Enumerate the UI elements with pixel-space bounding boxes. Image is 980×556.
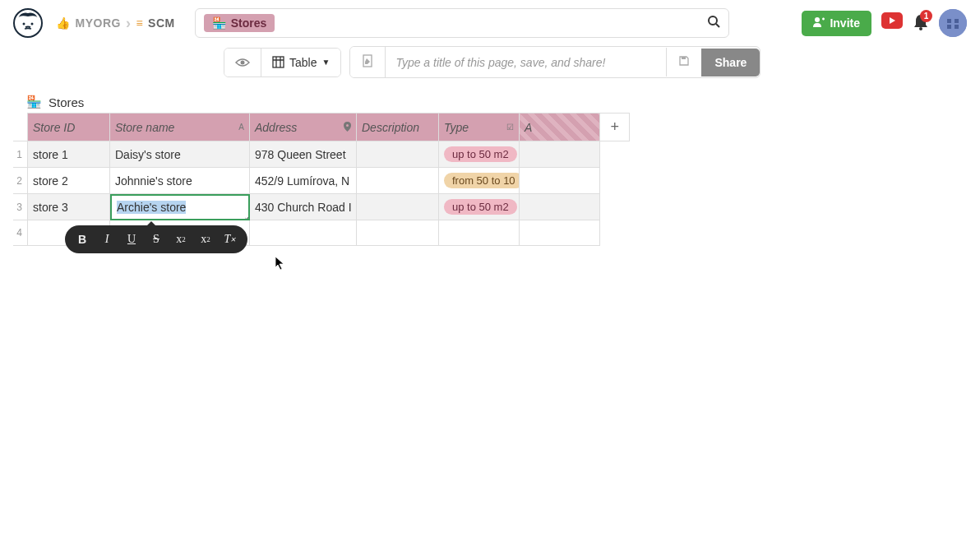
svg-rect-10	[273, 57, 284, 67]
svg-point-16	[346, 124, 349, 127]
mouse-cursor	[275, 256, 286, 274]
project-icon: ≡	[136, 16, 143, 30]
svg-point-2	[31, 23, 34, 25]
title-group: Share	[349, 46, 760, 78]
text-type-icon: A	[238, 123, 244, 132]
edit-icon[interactable]	[350, 47, 386, 77]
underline-button[interactable]: U	[122, 230, 141, 248]
cell-addr[interactable]: 430 Church Road I	[250, 194, 357, 220]
thumbs-up-icon: 👍	[56, 16, 71, 30]
select-type-icon: ☑	[506, 123, 514, 132]
col-header-id[interactable]: Store ID	[28, 113, 110, 141]
cell-extra[interactable]	[520, 141, 600, 168]
view-type-dropdown[interactable]: Table ▼	[261, 49, 340, 76]
cell-type[interactable]: up to 50 m2	[439, 194, 520, 220]
cell-addr[interactable]: 452/9 Lumírova, N	[250, 168, 357, 194]
cell-empty[interactable]	[439, 220, 520, 246]
cell-empty[interactable]	[250, 220, 357, 246]
cell-addr[interactable]: 978 Queen Street	[250, 141, 357, 168]
page-title-input[interactable]	[386, 49, 666, 76]
subscript-button[interactable]: x2	[172, 230, 190, 248]
location-type-icon	[344, 122, 351, 133]
cell-desc[interactable]	[357, 141, 439, 168]
cell-id[interactable]: store 3	[28, 194, 110, 220]
view-type-label: Table	[289, 56, 317, 69]
breadcrumb: 👍 MYORG › ≡ SCM	[56, 15, 175, 32]
search-box[interactable]: 🏪 Stores	[195, 8, 729, 38]
svg-point-1	[23, 23, 25, 25]
breadcrumb-org[interactable]: MYORG	[76, 16, 121, 30]
chevron-right-icon: ›	[126, 15, 132, 32]
search-wrap: 🏪 Stores	[195, 8, 729, 38]
notifications-button[interactable]: 1	[913, 13, 929, 34]
cell-name[interactable]: Johnnie's store	[110, 168, 250, 194]
save-button[interactable]	[666, 48, 701, 76]
store-icon: 🏪	[212, 16, 226, 30]
row-num: 3	[13, 194, 28, 220]
search-icon[interactable]	[707, 15, 720, 31]
strike-button[interactable]: S	[147, 230, 165, 248]
share-button[interactable]: Share	[701, 49, 760, 76]
svg-rect-15	[682, 57, 686, 59]
breadcrumb-project[interactable]: SCM	[148, 16, 175, 30]
user-plus-icon	[813, 16, 825, 30]
table-title: 🏪 Stores	[26, 95, 967, 109]
col-header-name[interactable]: Store nameA	[110, 113, 250, 141]
cell-id[interactable]: store 1	[28, 141, 110, 168]
cell-empty[interactable]	[520, 220, 600, 246]
header-right: Invite 1	[802, 9, 967, 37]
svg-point-3	[709, 16, 717, 25]
superscript-button[interactable]: x2	[196, 230, 215, 248]
cell-name-editing[interactable]: Archie's store⤢	[110, 194, 250, 220]
format-toolbar: B I U S x2 x2 T✕	[65, 225, 247, 253]
cell-desc[interactable]	[357, 168, 439, 194]
cell-desc[interactable]	[357, 194, 439, 220]
row-num: 2	[13, 168, 28, 194]
store-icon: 🏪	[26, 95, 42, 109]
svg-point-5	[815, 17, 820, 22]
svg-point-8	[939, 9, 967, 37]
clear-format-button[interactable]: T✕	[221, 230, 239, 248]
app-logo[interactable]	[13, 8, 43, 38]
visibility-button[interactable]	[224, 49, 261, 76]
col-header-type[interactable]: Type☑	[439, 113, 520, 141]
bold-button[interactable]: B	[73, 230, 91, 248]
italic-button[interactable]: I	[98, 230, 116, 248]
search-tag[interactable]: 🏪 Stores	[204, 14, 275, 32]
cell-extra[interactable]	[520, 194, 600, 220]
page-toolbar: Table ▼ Share	[0, 46, 980, 78]
cell-type[interactable]: from 50 to 10	[439, 168, 520, 194]
invite-button[interactable]: Invite	[802, 11, 871, 36]
cell-id[interactable]: store 2	[28, 168, 110, 194]
user-avatar[interactable]	[939, 9, 967, 37]
youtube-icon[interactable]	[881, 12, 903, 34]
row-num: 1	[13, 141, 28, 168]
cell-type[interactable]: up to 50 m2	[439, 141, 520, 168]
cell-name[interactable]: Daisy's store	[110, 141, 250, 168]
svg-line-4	[716, 24, 719, 27]
search-tag-label: Stores	[231, 16, 267, 30]
col-header-desc[interactable]: Description	[357, 113, 439, 141]
invite-label: Invite	[830, 16, 860, 30]
view-group: Table ▼	[224, 48, 341, 77]
row-num: 4	[13, 220, 28, 246]
svg-point-7	[919, 27, 922, 30]
cell-extra[interactable]	[520, 168, 600, 194]
svg-point-9	[241, 60, 245, 64]
grid-corner	[13, 113, 28, 141]
table-title-label: Stores	[49, 95, 84, 109]
notification-badge: 1	[920, 10, 932, 22]
chevron-down-icon: ▼	[321, 58, 330, 67]
cell-empty[interactable]	[357, 220, 439, 246]
expand-icon[interactable]: ⤢	[243, 211, 250, 220]
col-header-extra[interactable]: A	[520, 113, 600, 141]
col-header-addr[interactable]: Address	[250, 113, 357, 141]
app-header: 👍 MYORG › ≡ SCM 🏪 Stores Invite 1	[0, 0, 980, 46]
add-column-button[interactable]: +	[600, 113, 630, 141]
